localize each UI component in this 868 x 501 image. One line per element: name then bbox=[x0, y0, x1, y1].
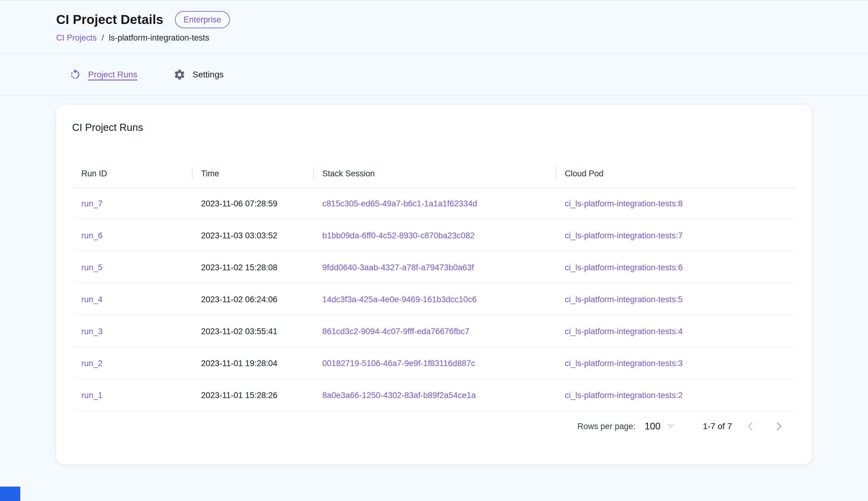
time-cell: 2023-11-01 15:28:26 bbox=[201, 391, 277, 400]
run-id-link[interactable]: run_5 bbox=[81, 263, 102, 272]
rows-per-page-label: Rows per page: bbox=[577, 422, 635, 431]
table-row: run_3 2023-11-02 03:55:41 861cd3c2-9094-… bbox=[72, 316, 796, 348]
previous-page-button[interactable] bbox=[740, 417, 760, 436]
stack-session-link[interactable]: b1bb09da-6ff0-4c52-8930-c870ba23c082 bbox=[322, 231, 474, 240]
pagination-range: 1-7 of 7 bbox=[703, 422, 732, 431]
table-body: run_7 2023-11-06 07:28:59 c815c305-ed65-… bbox=[72, 188, 796, 412]
tab-settings-label: Settings bbox=[193, 70, 223, 79]
next-page-button[interactable] bbox=[769, 417, 789, 436]
tab-project-runs-label: Project Runs bbox=[88, 70, 137, 79]
run-id-link[interactable]: run_7 bbox=[81, 199, 102, 208]
cloud-pod-link[interactable]: ci_ls-platform-integration-tests:7 bbox=[565, 231, 683, 240]
time-cell: 2023-11-06 07:28:59 bbox=[201, 199, 277, 208]
chevron-right-icon bbox=[773, 421, 784, 431]
page-title: CI Project Details bbox=[56, 12, 163, 27]
table-row: run_5 2023-11-02 15:28:08 9fdd0640-3aab-… bbox=[72, 252, 796, 284]
cloud-pod-link[interactable]: ci_ls-platform-integration-tests:2 bbox=[565, 391, 683, 400]
pagination-bar: Rows per page: 100 1-7 of 7 bbox=[72, 412, 796, 441]
time-cell: 2023-11-02 06:24:06 bbox=[201, 295, 277, 304]
bottom-left-blue-widget[interactable] bbox=[0, 487, 20, 501]
chevron-left-icon bbox=[745, 421, 756, 431]
table-row: run_2 2023-11-01 19:28:04 00182719-5106-… bbox=[72, 348, 796, 380]
stack-session-link[interactable]: 8a0e3a66-1250-4302-83af-b89f2a54ce1a bbox=[322, 391, 476, 400]
runs-table: Run ID Time Stack Session Cloud Pod run_… bbox=[72, 160, 796, 412]
stack-session-link[interactable]: 14dc3f3a-425a-4e0e-9469-161b3dcc10c6 bbox=[322, 295, 477, 304]
column-header-cloud-pod: Cloud Pod bbox=[556, 169, 796, 179]
tab-project-runs[interactable]: Project Runs bbox=[69, 68, 137, 81]
column-separator bbox=[313, 167, 314, 180]
stack-session-link[interactable]: 00182719-5106-46a7-9e9f-1f83116d887c bbox=[322, 359, 475, 368]
page-header: CI Project Details Enterprise CI Project… bbox=[0, 1, 868, 53]
run-id-link[interactable]: run_2 bbox=[81, 359, 102, 368]
breadcrumb-separator: / bbox=[102, 33, 104, 43]
table-row: run_6 2023-11-03 03:03:52 b1bb09da-6ff0-… bbox=[72, 220, 796, 252]
run-id-link[interactable]: run_6 bbox=[81, 231, 102, 240]
time-cell: 2023-11-01 19:28:04 bbox=[201, 359, 277, 368]
cloud-pod-link[interactable]: ci_ls-platform-integration-tests:5 bbox=[565, 295, 683, 304]
cloud-pod-link[interactable]: ci_ls-platform-integration-tests:6 bbox=[565, 263, 683, 272]
tabbar-divider bbox=[0, 95, 868, 96]
column-header-time: Time bbox=[192, 169, 313, 179]
column-header-run-id: Run ID bbox=[72, 169, 192, 179]
enterprise-badge: Enterprise bbox=[175, 11, 230, 28]
stack-session-link[interactable]: 9fdd0640-3aab-4327-a78f-a79473b0a63f bbox=[322, 263, 474, 272]
table-header-row: Run ID Time Stack Session Cloud Pod bbox=[72, 160, 796, 188]
run-id-link[interactable]: run_1 bbox=[81, 391, 102, 400]
time-cell: 2023-11-02 03:55:41 bbox=[201, 327, 277, 336]
tab-settings[interactable]: Settings bbox=[173, 68, 223, 81]
table-row: run_1 2023-11-01 15:28:26 8a0e3a66-1250-… bbox=[72, 380, 796, 412]
rows-per-page-value: 100 bbox=[645, 421, 660, 432]
chevron-down-icon bbox=[667, 424, 674, 429]
ci-project-runs-card: CI Project Runs Run ID Time Stack Sessio… bbox=[56, 105, 812, 465]
breadcrumb-current: ls-platform-integration-tests bbox=[109, 33, 209, 43]
rotate-left-icon bbox=[69, 68, 81, 81]
cloud-pod-link[interactable]: ci_ls-platform-integration-tests:8 bbox=[565, 199, 683, 208]
card-title: CI Project Runs bbox=[72, 122, 796, 133]
run-id-link[interactable]: run_3 bbox=[81, 327, 102, 336]
time-cell: 2023-11-02 15:28:08 bbox=[201, 263, 277, 272]
column-separator bbox=[192, 167, 193, 180]
breadcrumb: CI Projects / ls-platform-integration-te… bbox=[56, 33, 868, 43]
tab-bar: Project Runs Settings bbox=[0, 54, 868, 95]
rows-per-page-select[interactable]: 100 bbox=[645, 421, 674, 432]
table-row: run_4 2023-11-02 06:24:06 14dc3f3a-425a-… bbox=[72, 284, 796, 316]
cloud-pod-link[interactable]: ci_ls-platform-integration-tests:4 bbox=[565, 327, 683, 336]
gear-icon bbox=[173, 68, 186, 81]
run-id-link[interactable]: run_4 bbox=[81, 295, 102, 304]
stack-session-link[interactable]: c815c305-ed65-49a7-b6c1-1a1a1f62334d bbox=[322, 199, 477, 208]
table-row: run_7 2023-11-06 07:28:59 c815c305-ed65-… bbox=[72, 188, 796, 220]
breadcrumb-parent-link[interactable]: CI Projects bbox=[56, 33, 97, 43]
time-cell: 2023-11-03 03:03:52 bbox=[201, 231, 277, 240]
column-separator bbox=[556, 167, 557, 180]
column-header-stack-session: Stack Session bbox=[313, 169, 556, 179]
cloud-pod-link[interactable]: ci_ls-platform-integration-tests:3 bbox=[565, 359, 683, 368]
stack-session-link[interactable]: 861cd3c2-9094-4c07-9fff-eda76676fbc7 bbox=[322, 327, 469, 336]
